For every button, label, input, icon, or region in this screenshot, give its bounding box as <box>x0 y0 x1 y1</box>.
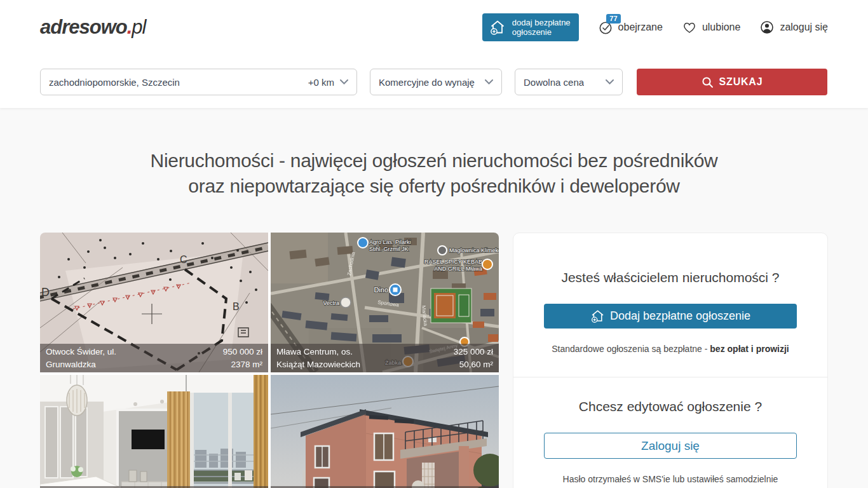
header-nav: dodaj bezpłatne ogłoszenie 77 <box>482 13 828 41</box>
edit-heading: Chcesz edytować ogłoszenie ? <box>544 399 797 414</box>
listing-caption: Otwock Świder, ul. Grunwaldzka 950 000 z… <box>40 344 268 372</box>
listing-price: 950 000 zł <box>223 346 262 358</box>
listing-photo-interior <box>40 375 268 488</box>
owner-section: Jesteś właścicielem nieruchomości ? Doda… <box>513 233 827 377</box>
logo-tld: pl <box>132 16 146 38</box>
owner-heading: Jesteś właścicielem nieruchomości ? <box>544 270 797 285</box>
listing-card-otwock[interactable]: C B D Otwock Świder, ul. Grunwaldzka 950… <box>40 233 268 372</box>
listing-price: 325 000 zł <box>454 346 493 358</box>
plan-label-c: C <box>180 254 187 265</box>
listing-card-milejow[interactable]: Milejów Osada 750 000 zł <box>271 375 499 488</box>
listing-location-line2: Grunwaldzka <box>46 358 116 371</box>
listing-photo-house <box>271 375 499 488</box>
plan-label-d: D <box>41 286 50 299</box>
radius-select[interactable]: +0 km <box>308 77 348 88</box>
map-label-dino: Dino <box>374 286 388 294</box>
logo[interactable]: adresowo.pl <box>40 16 146 39</box>
listing-location-line1: Otwock Świder, ul. <box>46 346 116 358</box>
listing-area: 50,60 m² <box>454 358 493 371</box>
map-label-agro2: Stihl. Grzmil JK <box>369 246 409 252</box>
radius-value: +0 km <box>308 77 334 88</box>
add-listing-label-line1: dodaj bezpłatne <box>512 18 571 27</box>
chevron-down-icon <box>340 79 348 85</box>
chevron-down-icon <box>480 79 493 85</box>
search-button-label: SZUKAJ <box>719 76 763 88</box>
edit-section: Chcesz edytować ogłoszenie ? Zaloguj się… <box>513 377 827 488</box>
chevron-down-icon <box>600 79 614 85</box>
heart-icon <box>682 20 697 34</box>
edit-note: Hasło otrzymałeś w SMS'ie lub ustawiłeś … <box>544 474 797 484</box>
add-listing-cta-label: Dodaj bezpłatne ogłoszenie <box>610 309 750 323</box>
user-icon <box>759 20 775 35</box>
page-title-line2: oraz niepowtarzające się oferty pośredni… <box>188 175 679 196</box>
map-label-vectra: Vectra <box>323 300 339 306</box>
viewed-link[interactable]: 77 obejrzane <box>598 20 663 35</box>
listing-area: 2378 m² <box>223 358 262 371</box>
map-label-kebab1: RASEL SPICY KEBAB <box>424 259 482 265</box>
category-value: Komercyjne do wynaję <box>379 77 475 88</box>
category-select[interactable]: Komercyjne do wynaję <box>370 69 502 95</box>
page-title-line1: Nieruchomości - najwięcej ogłoszeń nieru… <box>151 150 718 171</box>
listing-location-line2: Książąt Mazowieckich <box>276 358 360 371</box>
listing-location-line1: Mława Centrum, os. <box>276 346 360 358</box>
viewed-count-badge: 77 <box>606 14 620 24</box>
add-listing-cta-button[interactable]: Dodaj bezpłatne ogłoszenie <box>544 304 797 329</box>
search-button[interactable]: SZUKAJ <box>637 69 827 95</box>
header: adresowo.pl dodaj bezpłatne ogłoszenie <box>40 0 828 55</box>
listing-card-gdansk[interactable]: Gdańsk Morena, ul. 775 000 zł <box>40 375 268 488</box>
favorites-label: ulubione <box>702 22 741 33</box>
viewed-label: obejrzane <box>618 22 663 33</box>
location-input[interactable]: zachodniopomorskie, Szczecin +0 km <box>40 69 357 95</box>
listings-grid: C B D Otwock Świder, ul. Grunwaldzka 950… <box>40 233 499 488</box>
map-label-maglownica: Maglownica Klimek <box>449 247 499 254</box>
price-value: Dowolna cena <box>524 77 584 88</box>
price-select[interactable]: Dowolna cena <box>515 69 623 95</box>
map-label-agro1: Agro Las. Pilarki <box>369 239 411 245</box>
login-label: zaloguj się <box>780 22 828 33</box>
page-title: Nieruchomości - najwięcej ogłoszeń nieru… <box>40 108 828 199</box>
login-button[interactable]: Zaloguj się <box>544 433 797 459</box>
favorites-link[interactable]: ulubione <box>682 20 741 34</box>
add-listing-label-line2: ogłoszenie <box>512 27 571 37</box>
add-listing-button[interactable]: dodaj bezpłatne ogłoszenie <box>482 13 579 41</box>
owner-panel: Jesteś właścicielem nieruchomości ? Doda… <box>513 233 828 488</box>
owner-note: Standardowe ogłoszenia są bezpłatne - be… <box>544 344 797 354</box>
map-label-kebab2: AND GRILL Mława <box>434 266 482 272</box>
listing-caption: Mława Centrum, os. Książąt Mazowieckich … <box>271 344 499 372</box>
location-value: zachodniopomorskie, Szczecin <box>49 77 180 88</box>
house-add-icon <box>489 19 506 36</box>
top-bar: adresowo.pl dodaj bezpłatne ogłoszenie <box>0 0 868 108</box>
search-bar: zachodniopomorskie, Szczecin +0 km Komer… <box>40 55 828 108</box>
listing-card-mlawa[interactable]: Agro Las. Pilarki Stihl. Grzmil JK Maglo… <box>271 233 499 372</box>
search-icon <box>702 76 714 88</box>
login-link[interactable]: zaloguj się <box>759 20 828 35</box>
house-add-icon <box>590 309 606 323</box>
logo-text: adresowo <box>40 16 127 38</box>
plan-label-b: B <box>233 301 240 312</box>
